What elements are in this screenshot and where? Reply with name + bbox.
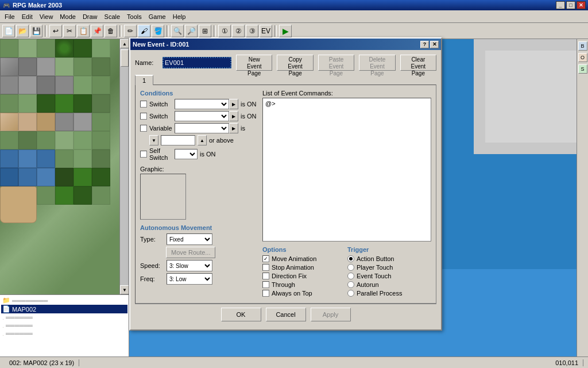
variable-dropdown[interactable] [175,123,229,133]
tree-item-2[interactable]: . ══════ [1,313,127,321]
tile-cell[interactable] [0,131,18,150]
toolbar-zoom-fit[interactable]: ⊞ [199,25,211,37]
move-animation-checkbox[interactable] [262,255,269,262]
tile-cell[interactable] [55,168,74,186]
tile-cell[interactable] [74,39,92,57]
tile-cell[interactable] [92,76,110,94]
toolbar-zoom-in[interactable]: 🔍 [171,25,184,37]
tile-cell[interactable] [74,150,92,168]
tile-cell[interactable] [37,150,55,168]
switch1-checkbox[interactable] [140,101,147,108]
value-field[interactable] [161,135,195,145]
tree-item-4[interactable]: . ══════ [1,329,127,338]
tile-cell[interactable] [18,39,37,57]
direction-fix-checkbox[interactable] [262,273,269,279]
tile-cell[interactable] [0,39,18,57]
switch2-arrow-button[interactable]: ▶ [229,111,238,121]
value-up-button[interactable]: ▲ [198,135,207,145]
tile-cell[interactable] [92,150,110,168]
switch1-dropdown[interactable] [175,99,229,109]
menu-help[interactable]: Help [169,12,189,21]
scroll-up-button[interactable]: ▲ [120,39,129,48]
menu-draw[interactable]: Draw [79,12,101,21]
variable-checkbox[interactable] [140,125,147,132]
variable-arrow-button[interactable]: ▶ [229,123,238,133]
selfswitch-dropdown[interactable] [175,149,198,159]
tile-cell[interactable] [55,113,74,131]
switch2-dropdown[interactable] [175,111,229,121]
tile-cell[interactable] [0,76,18,94]
tile-cell[interactable] [92,186,110,205]
scroll-thumb[interactable] [121,49,129,67]
toolbar-cut[interactable]: ✂ [63,25,76,37]
tile-cell[interactable] [0,94,18,113]
tile-cell[interactable] [37,57,55,76]
tile-cell[interactable] [92,168,110,186]
menu-tools[interactable]: Tools [123,12,145,21]
switch1-arrow-button[interactable]: ▶ [229,99,238,109]
toolbar-delete[interactable]: 🗑 [105,25,117,37]
copy-event-page-button[interactable]: CopyEvent Page [277,55,313,71]
maximize-button[interactable]: □ [566,1,575,9]
tile-boat[interactable] [0,186,37,223]
toolbar-save[interactable]: 💾 [30,25,42,37]
tile-cell[interactable] [0,57,18,76]
menu-mode[interactable]: Mode [56,12,79,21]
tile-cell[interactable] [18,57,37,76]
tile-cell[interactable] [18,150,37,168]
tile-cell[interactable] [18,76,37,94]
freq-select[interactable]: 1: Lowest 2: Lower 3: Low 4: High 5: Hig… [167,273,212,285]
event-touch-radio[interactable] [347,273,354,279]
tile-cell[interactable] [37,186,55,205]
tile-cell[interactable] [37,39,55,57]
tile-cell[interactable] [37,113,55,131]
tree-item-3[interactable]: . ══════ [1,321,127,329]
tile-cell[interactable] [55,39,74,57]
stop-animation-checkbox[interactable] [262,264,269,271]
event-commands-box[interactable]: @> [262,98,431,241]
type-select[interactable]: Fixed Random Approach Custom [167,233,212,245]
toolbar-layer3[interactable]: ③ [246,25,258,37]
dialog-help-button[interactable]: ? [420,41,429,48]
apply-button[interactable]: Apply [311,308,351,321]
tile-cell[interactable] [0,150,18,168]
scroll-down-button[interactable]: ▼ [120,285,129,294]
speed-select[interactable]: 1: Slowest 2: Slower 3: Slow 4: Fast 5: … [167,260,212,271]
right-btn-3[interactable]: S [578,64,587,74]
clear-event-page-button[interactable]: ClearEvent Page [400,55,436,71]
toolbar-play[interactable]: ▶ [279,25,292,37]
tile-cell[interactable] [37,168,55,186]
tile-cell[interactable] [55,150,74,168]
toolbar-undo[interactable]: ↩ [49,25,62,37]
tree-item-map002[interactable]: 📄 MAP002 [1,305,127,313]
tile-cell[interactable] [55,186,74,205]
tile-cell[interactable] [18,131,37,150]
name-input[interactable] [163,57,231,68]
dialog-close-button[interactable]: ✕ [430,41,439,48]
graphic-box[interactable] [140,174,186,220]
toolbar-layer1[interactable]: ① [218,25,231,37]
toolbar-pencil[interactable]: ✏ [124,25,137,37]
tile-cell[interactable] [92,94,110,113]
selfswitch-checkbox[interactable] [140,151,147,158]
close-button[interactable]: ✕ [577,1,586,9]
menu-edit[interactable]: Edit [18,12,36,21]
tab-1[interactable]: 1 [135,75,153,85]
toolbar-layer2[interactable]: ② [232,25,245,37]
tile-cell[interactable] [0,113,18,131]
tree-item-root[interactable]: 📁 ════════ [1,296,127,305]
menu-scale[interactable]: Scale [101,12,124,21]
tile-cell[interactable] [92,39,110,57]
tile-cell[interactable] [55,131,74,150]
tile-cell[interactable] [74,168,92,186]
toolbar-paste[interactable]: 📌 [91,25,103,37]
toolbar-zoom-out[interactable]: 🔎 [185,25,198,37]
tile-palette[interactable] [0,39,123,294]
toolbar-copy[interactable]: 📋 [77,25,90,37]
toolbar-fill[interactable]: 🪣 [152,25,164,37]
parallel-process-radio[interactable] [347,290,354,297]
tile-cell[interactable] [74,57,92,76]
minimize-button[interactable]: _ [556,1,565,9]
tile-cell[interactable] [55,94,74,113]
toolbar-open[interactable]: 📂 [16,25,29,37]
